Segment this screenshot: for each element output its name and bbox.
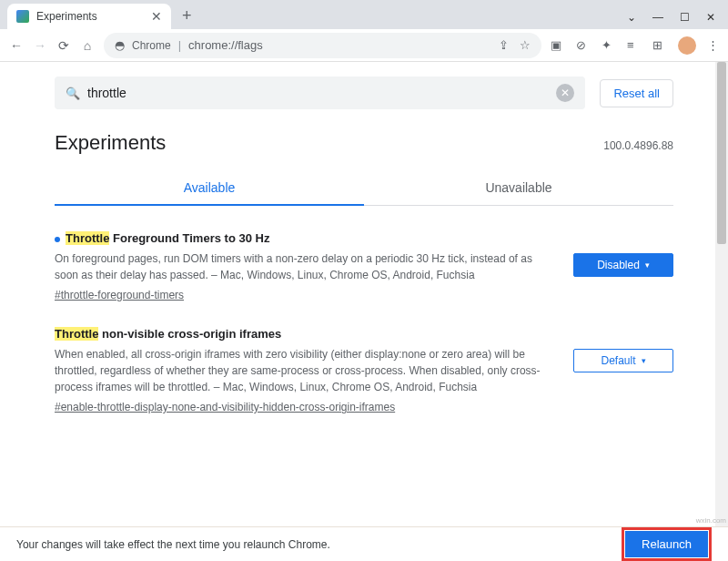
experiment-title: Throttle non-visible cross-origin iframe… [55,327,548,341]
browser-tab[interactable]: Experiments ✕ [7,4,171,29]
back-button[interactable]: ← [9,38,24,53]
chevron-down-icon: ▾ [645,260,650,270]
window-controls: ⌄ ― ☐ ✕ [627,11,728,29]
url-text: chrome://flags [188,38,263,52]
search-highlight: Throttle [55,327,98,341]
experiment-row: Throttle non-visible cross-origin iframe… [55,327,673,413]
reading-list-icon[interactable]: ≡ [627,38,642,53]
extensions-puzzle-icon[interactable]: ✦ [602,38,616,53]
tab-unavailable[interactable]: Unavailable [364,171,673,205]
page-content: 🔍 ✕ Reset all Experiments 100.0.4896.88 … [0,62,728,526]
relaunch-button[interactable]: Relaunch [625,531,708,557]
address-bar[interactable]: ◓ Chrome | chrome://flags ⇪ ☆ [104,33,541,58]
reset-all-button[interactable]: Reset all [600,79,673,107]
select-value: Disabled [597,259,640,271]
experiment-description: When enabled, all cross-origin iframes w… [55,346,548,395]
extension-icon-2[interactable]: ⊘ [576,38,591,53]
relaunch-highlight: Relaunch [622,527,712,561]
experiment-description: On foreground pages, run DOM timers with… [55,250,548,283]
caret-down-icon[interactable]: ⌄ [627,11,636,24]
reload-button[interactable]: ⟳ [56,38,71,53]
pipe-divider: | [178,38,181,52]
close-window-icon[interactable]: ✕ [706,11,715,24]
experiment-anchor-link[interactable]: #enable-throttle-display-none-and-visibi… [55,401,395,413]
extension-icon-1[interactable]: ▣ [551,38,565,53]
close-tab-icon[interactable]: ✕ [151,9,162,24]
kebab-menu-icon[interactable]: ⋮ [707,38,719,52]
experiment-title: Throttle Foreground Timers to 30 Hz [55,231,548,245]
account-icon[interactable]: ⊞ [652,38,667,53]
tab-title: Experiments [36,10,97,23]
chevron-down-icon: ▾ [642,356,646,365]
chrome-version: 100.0.4896.88 [603,139,673,152]
browser-toolbar: ← → ⟳ ⌂ ◓ Chrome | chrome://flags ⇪ ☆ ▣ … [0,29,728,62]
share-icon[interactable]: ⇪ [499,38,509,52]
experiment-state-select[interactable]: Disabled▾ [573,253,673,277]
relaunch-bar: Your changes will take effect the next t… [0,526,728,561]
window-title-bar: Experiments ✕ + ⌄ ― ☐ ✕ [0,0,728,29]
page-title: Experiments [55,131,166,155]
scrollbar-thumb[interactable] [717,62,726,244]
experiment-row: Throttle Foreground Timers to 30 HzOn fo… [55,231,673,301]
flags-search-box[interactable]: 🔍 ✕ [55,76,585,109]
tab-available[interactable]: Available [55,171,364,206]
minimize-icon[interactable]: ― [652,11,663,24]
maximize-icon[interactable]: ☐ [680,11,690,24]
search-highlight: Throttle [66,231,109,245]
relaunch-message: Your changes will take effect the next t… [16,538,330,551]
experiment-state-select[interactable]: Default▾ [573,349,673,372]
scrollbar-track[interactable] [715,62,728,526]
flask-icon [16,10,29,23]
select-value: Default [601,354,635,367]
chrome-label: Chrome [132,39,171,52]
watermark: wxin.com [696,516,726,525]
search-icon: 🔍 [66,87,80,100]
flags-tabs: Available Unavailable [55,171,673,206]
forward-button: → [33,38,47,53]
profile-avatar[interactable] [678,36,696,55]
site-info-icon[interactable]: ◓ [115,38,125,52]
flags-search-input[interactable] [87,86,549,100]
new-tab-button[interactable]: + [171,6,203,29]
bookmark-icon[interactable]: ☆ [520,38,531,52]
clear-search-icon[interactable]: ✕ [556,84,574,102]
home-button[interactable]: ⌂ [80,38,95,53]
experiment-anchor-link[interactable]: #throttle-foreground-timers [55,289,184,301]
changed-dot-icon [55,237,60,242]
